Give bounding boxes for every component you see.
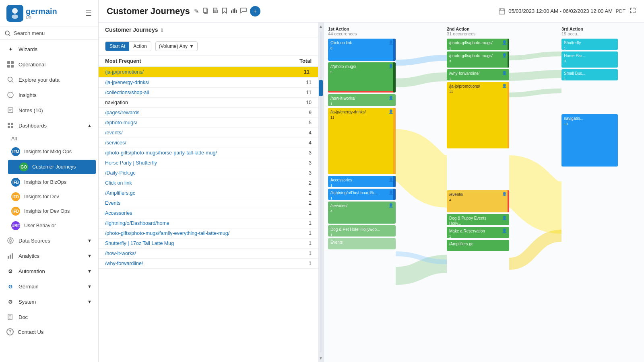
bookmark-icon[interactable] [222, 7, 227, 15]
vertical-slider[interactable]: ▲ ▼ [318, 23, 324, 362]
col1-header: 1st Action 44 occurences [328, 27, 396, 36]
slider-up-arrow[interactable]: ▲ [319, 24, 323, 29]
table-row[interactable]: /photo-gifts/photo-mugs/horse-party-tall… [99, 148, 318, 158]
sidebar-item-label: Customer Journeys [32, 164, 76, 170]
sidebar-subitem-customer-journeys[interactable]: GO Customer Journeys [8, 160, 96, 174]
logo: germain UX [6, 5, 57, 22]
table-row[interactable]: /why-forwardline/1 [99, 259, 318, 269]
table-row[interactable]: Shutterfly | 17oz Tall Latte Mug1 [99, 239, 318, 249]
table-row[interactable]: Events2 [99, 198, 318, 208]
sankey-node[interactable]: Dog & Puppy Events Holly...1 👤 [447, 214, 509, 225]
toggle-action[interactable]: Action [129, 42, 151, 51]
sidebar-item-insights[interactable]: i Insights [0, 87, 98, 103]
add-button[interactable]: + [250, 6, 260, 16]
table-row[interactable]: /Daily-Pick.gc3 [99, 168, 318, 178]
edit-icon[interactable]: ✎ [194, 8, 199, 15]
sankey-area[interactable]: 1st Action 44 occurences Click on link8 … [324, 23, 644, 362]
table-row[interactable]: /ja-jp/promotions/11 [99, 67, 318, 78]
comment-icon[interactable] [240, 7, 247, 15]
sidebar-item-analytics[interactable]: Analytics ▼ [0, 248, 98, 263]
sidebar-item-data-sources[interactable]: Data Sources ▼ [0, 233, 98, 248]
table-row[interactable]: /services/4 [99, 138, 318, 148]
sidebar-item-label: Insights [19, 92, 92, 98]
sidebar-subitem-insights-dev[interactable]: IFD Insights for Dev [0, 189, 98, 204]
sankey-node[interactable]: /events/4 👤 [447, 190, 509, 212]
sankey-node[interactable]: Small Bus...1 [561, 69, 618, 80]
search-menu[interactable]: Search menu [0, 27, 98, 40]
table-row[interactable]: navigation10 [99, 98, 318, 108]
sidebar-item-explore[interactable]: Explore your data [0, 72, 98, 87]
sankey-node[interactable]: /how-it-works/1 👤 [328, 94, 396, 106]
table-row[interactable]: /t/photo-mugs/5 [99, 118, 318, 128]
sankey-node[interactable]: /ja-jp/energy-drinks/11 👤 [328, 108, 396, 174]
chart-icon[interactable] [231, 7, 237, 15]
copy-icon[interactable] [202, 7, 209, 15]
sankey-node[interactable]: /services/4 👤 [328, 202, 396, 224]
row-label: Accessories [105, 210, 299, 216]
sankey-node[interactable]: /ja-jp/promotions/11 👤 [447, 82, 509, 148]
table-row[interactable]: /Amplifiers.gc2 [99, 188, 318, 198]
sidebar-item-germain[interactable]: G Germain ▼ [0, 279, 98, 294]
print-icon[interactable] [212, 7, 219, 15]
sankey-node[interactable]: Click on link8 👤 [328, 39, 396, 61]
table-row[interactable]: /photo-gifts/photo-mugs/family-everythin… [99, 228, 318, 239]
table-row[interactable]: Accessories1 [99, 208, 318, 218]
row-total: 11 [299, 80, 312, 85]
table-row[interactable]: Click on link2 [99, 178, 318, 188]
badge-ube: UBE [11, 221, 20, 230]
sidebar-item-operational[interactable]: Operational [0, 57, 98, 72]
table-row[interactable]: Horse Party | Shutterfly3 [99, 158, 318, 168]
sidebar-item-label: User Behavior [24, 223, 56, 228]
table-row[interactable]: /events/4 [99, 128, 318, 138]
sankey-node[interactable]: /photo-gifts/photo-mugs/1 👤 [447, 39, 509, 50]
sankey-node[interactable]: Make a Reservation1 👤 [447, 227, 509, 238]
sidebar-item-label: Dashboards [19, 123, 83, 129]
data-sources-icon [6, 237, 14, 245]
table-row[interactable]: /pages/rewards9 [99, 108, 318, 118]
slider-handle[interactable] [319, 80, 323, 96]
row-total: 1 [299, 261, 312, 266]
sidebar-item-notes[interactable]: Notes (10) [0, 103, 98, 118]
sidebar-item-system[interactable]: ⚙ System ▼ [0, 294, 98, 309]
sidebar-item-wizards[interactable]: ✦ Wizards [0, 41, 98, 57]
table-row[interactable]: /ja-jp/energy-drinks/11 [99, 78, 318, 88]
sidebar-item-automation[interactable]: ⚙ Automation ▼ [0, 263, 98, 279]
sankey-node[interactable]: /Amplifiers.gc [447, 240, 509, 251]
sidebar-subitem-user-behavior[interactable]: UBE User Behavior [0, 218, 98, 233]
hamburger-icon[interactable]: ☰ [85, 9, 92, 18]
sankey-node[interactable]: Horse Par...3 [561, 51, 618, 68]
row-label: /photo-gifts/photo-mugs/family-everythin… [105, 230, 299, 236]
table-row[interactable]: /lightning/o/Dashboard/home1 [99, 218, 318, 228]
sankey-node[interactable]: /why-forwardline/1 👤 [447, 69, 509, 80]
sidebar-subitem-insights-biz[interactable]: IFB Insights for BizOps [0, 175, 98, 189]
sankey-node[interactable]: Accessories1 👤 [328, 176, 396, 187]
toggle-start-at[interactable]: Start At [105, 42, 129, 51]
sidebar-subitem-insights-devops[interactable]: IFD Insights for Dev Ops [0, 204, 98, 218]
sidebar-item-dashboards[interactable]: Dashboards ▲ [0, 118, 98, 133]
sankey-node[interactable]: Dog & Pet Hotel Hollywoo...1 [328, 225, 396, 237]
volume-dropdown[interactable]: (Volume) Any ▼ [155, 41, 198, 51]
table-row[interactable]: /collections/shop-all11 [99, 88, 318, 98]
row-label: /ja-jp/promotions/ [105, 69, 299, 75]
sankey-node[interactable]: /photo-gifts/photo-mugs/3 👤 [447, 51, 509, 68]
sankey-node[interactable]: Shutterfly1 [561, 39, 618, 50]
table-row[interactable]: /how-it-works/1 [99, 249, 318, 259]
chevron-down-icon: ▼ [87, 299, 92, 304]
row-total: 1 [299, 210, 312, 216]
date-range-text: 05/03/2023 12:00 AM - 06/02/2023 12:00 A… [508, 8, 613, 14]
analytics-icon [6, 252, 14, 260]
sidebar-item-label: System [19, 299, 83, 305]
sankey-node[interactable]: /t/photo-mugs/5 👤 [328, 62, 396, 93]
sidebar-item-doc[interactable]: Doc [0, 309, 98, 325]
spacer [447, 150, 509, 190]
sidebar-subitem-all[interactable]: All [0, 133, 98, 144]
sidebar-subitem-insights-mktg[interactable]: IFM Insights for Mktg Ops [0, 144, 98, 159]
sankey-node[interactable]: navigatio...10 [561, 114, 618, 167]
info-icon[interactable]: ℹ [161, 27, 163, 33]
expand-icon[interactable] [630, 7, 636, 15]
svg-rect-38 [499, 9, 505, 14]
sankey-node[interactable]: /lightning/o/Dashboard/h...1 👤 [328, 189, 396, 200]
sidebar-item-contact-us[interactable]: ? Contact Us [0, 325, 98, 339]
slider-down-arrow[interactable]: ▼ [319, 356, 323, 360]
sankey-node[interactable]: Events [328, 238, 396, 249]
